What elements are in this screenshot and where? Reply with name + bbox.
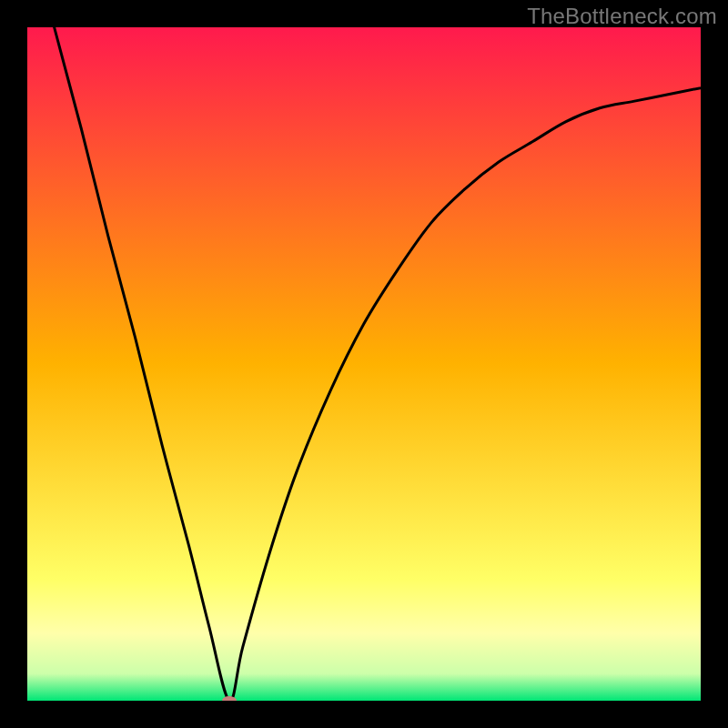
- plot-area: [27, 27, 701, 701]
- gradient-rect: [27, 27, 701, 701]
- chart-frame: TheBottleneck.com: [0, 0, 728, 728]
- min-marker-dot: [222, 696, 237, 701]
- watermark-text: TheBottleneck.com: [527, 4, 717, 29]
- chart-svg: [27, 27, 701, 701]
